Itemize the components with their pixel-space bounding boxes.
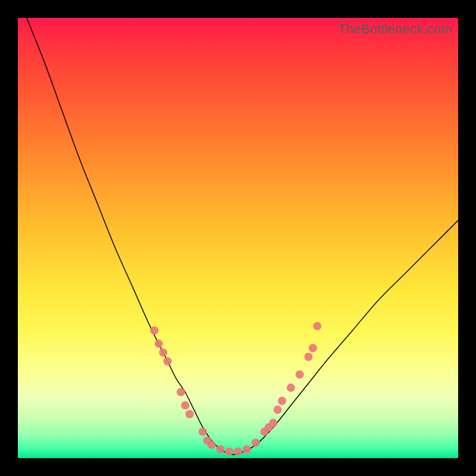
data-points-group	[150, 322, 321, 456]
data-point	[208, 441, 216, 449]
data-point	[243, 445, 251, 453]
chart-frame: TheBottleneck.com	[0, 0, 476, 476]
data-point	[278, 397, 286, 405]
data-point	[304, 353, 312, 361]
data-point	[164, 357, 172, 365]
data-point	[186, 410, 194, 418]
bottleneck-curve	[27, 18, 458, 455]
data-point	[269, 419, 277, 427]
data-point	[296, 370, 304, 378]
plot-area: TheBottleneck.com	[18, 18, 458, 458]
data-point	[234, 447, 242, 456]
data-point	[150, 326, 158, 334]
data-point	[274, 406, 282, 414]
data-point	[181, 401, 189, 409]
data-point	[155, 340, 163, 348]
data-point	[287, 384, 295, 392]
data-point	[159, 348, 167, 356]
data-point	[199, 428, 207, 436]
data-point	[252, 439, 260, 447]
data-point	[313, 322, 321, 330]
data-point	[309, 344, 317, 352]
data-point	[225, 447, 233, 456]
data-point	[216, 445, 224, 453]
chart-svg	[18, 18, 458, 458]
data-point	[177, 388, 185, 396]
